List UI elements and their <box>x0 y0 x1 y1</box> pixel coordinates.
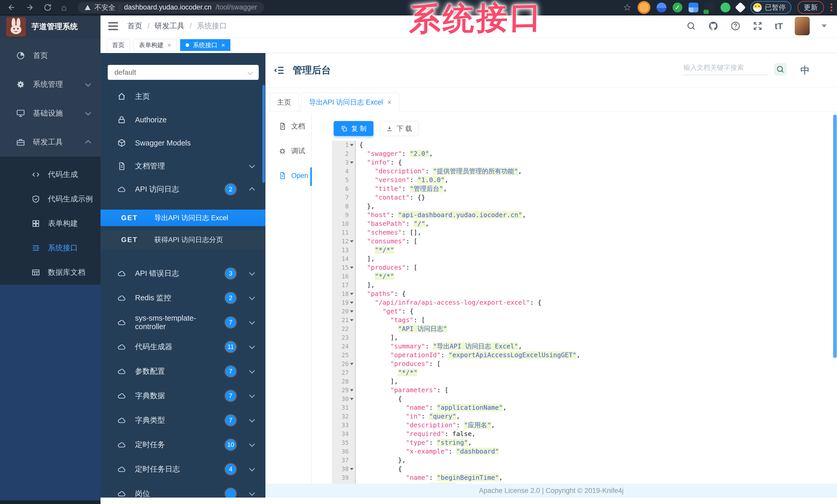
browser-home-icon[interactable]: ⌂ <box>61 3 67 12</box>
download-button[interactable]: 下 载 <box>379 121 419 136</box>
breadcrumb-item[interactable]: 研发工具 <box>155 21 184 31</box>
fold-caret-icon[interactable] <box>350 363 354 365</box>
close-icon[interactable]: × <box>388 98 391 106</box>
extension-icon[interactable] <box>720 3 730 12</box>
api-group[interactable]: 定时任务10 <box>101 432 265 457</box>
fold-caret-icon[interactable] <box>350 310 354 313</box>
code-editor[interactable]: 1{2 "swagger": "2.0",3 "info": {4 "descr… <box>332 141 833 498</box>
api-group[interactable]: Redis 监控2 <box>101 286 265 310</box>
sidebar-item[interactable]: 基础设施 <box>0 99 101 128</box>
paused-extension-pill[interactable]: 已暂停 <box>750 1 791 14</box>
code-line: 16 "*/*" <box>332 272 833 281</box>
swagger-nav-item[interactable]: Authorize <box>101 108 265 131</box>
code-line: 11 "schemes": [], <box>332 228 833 237</box>
browser-back-icon[interactable] <box>7 3 16 12</box>
bottom-strip <box>101 498 837 504</box>
search-icon[interactable] <box>686 21 696 31</box>
bookmark-star-icon[interactable]: ☆ <box>623 2 631 13</box>
api-group[interactable]: API 错误日志3 <box>101 261 265 286</box>
fold-caret-icon[interactable] <box>350 240 354 243</box>
doc-search-icon[interactable] <box>774 63 786 75</box>
doc-search-input[interactable] <box>683 63 768 75</box>
api-operation[interactable]: GET导出API 访问日志 Excel <box>101 210 265 226</box>
fold-caret-icon[interactable] <box>350 144 354 146</box>
url-path: /tool/swagger <box>216 3 257 11</box>
browser-menu-icon[interactable] <box>831 3 832 11</box>
sidebar-subitem[interactable]: 数据库文档 <box>0 260 101 284</box>
view-tag[interactable]: 系统接口× <box>180 39 230 51</box>
avatar[interactable] <box>795 17 810 35</box>
fullscreen-icon[interactable] <box>752 21 763 31</box>
breadcrumb-item[interactable]: 首页 <box>127 21 142 31</box>
cloud-icon <box>117 440 126 449</box>
chevron-up-icon <box>249 187 255 193</box>
api-group[interactable]: 参数配置7 <box>101 359 265 384</box>
hamburger-icon[interactable] <box>108 22 118 30</box>
api-group[interactable]: sys-sms-template-controller7 <box>101 310 265 335</box>
rail-item[interactable]: 文档 <box>265 114 311 138</box>
extension-icon[interactable] <box>657 3 666 12</box>
sidebar-item[interactable]: 系统管理 <box>0 70 101 99</box>
api-group[interactable]: 定时任务日志4 <box>101 457 265 481</box>
cloud-icon <box>117 342 126 352</box>
sidebar-subitem[interactable]: 代码生成示例 <box>0 187 101 211</box>
api-group[interactable]: 字典类型7 <box>101 408 265 432</box>
help-icon[interactable] <box>730 21 741 31</box>
app-logo[interactable]: 芋道管理系统 <box>0 15 101 39</box>
sidebar-scrollbar-thumb[interactable] <box>262 85 265 183</box>
rail-item[interactable]: 调试 <box>265 138 311 163</box>
close-icon[interactable]: × <box>167 42 171 49</box>
content-scrollbar-thumb[interactable] <box>833 115 837 358</box>
copy-button[interactable]: 复 制 <box>334 121 373 136</box>
address-bar[interactable]: 不安全 dashboard.yudao.iocoder.cn/tool/swag… <box>77 2 264 13</box>
chevron-down-icon[interactable] <box>821 24 827 27</box>
download-icon <box>386 125 393 132</box>
extension-icon[interactable]: ✓ <box>673 3 682 12</box>
group-select[interactable]: default <box>108 65 259 80</box>
fold-caret-icon[interactable] <box>350 468 354 470</box>
fold-caret-icon[interactable] <box>350 302 354 304</box>
extension-icon[interactable] <box>689 3 698 12</box>
sidebar-subitem[interactable]: 系统接口 <box>0 236 101 260</box>
extension-icon[interactable] <box>705 3 714 12</box>
fold-caret-icon[interactable] <box>350 319 354 321</box>
extension-icon[interactable] <box>638 1 651 14</box>
browser-reload-icon[interactable] <box>43 3 52 12</box>
fold-caret-icon[interactable] <box>350 293 354 295</box>
sidebar-item[interactable]: 研发工具 <box>0 128 101 156</box>
rail-item[interactable]: Open <box>265 163 311 188</box>
view-tag[interactable]: 表单构建× <box>133 39 177 51</box>
api-group[interactable]: 字典数据7 <box>101 384 265 408</box>
code-line: 5 "version": "1.0.0", <box>332 176 833 184</box>
api-group[interactable]: 岗位 <box>101 481 265 498</box>
code-line: 9 "host": "api-dashboard.yudao.iocoder.c… <box>332 211 833 220</box>
menu-fold-icon[interactable] <box>273 64 285 76</box>
fold-caret-icon[interactable] <box>350 398 354 400</box>
api-group[interactable]: 代码生成器11 <box>101 335 265 359</box>
line-number: 36 <box>332 447 356 456</box>
breadcrumb-item[interactable]: 系统接口 <box>197 21 227 31</box>
extension-icon[interactable] <box>735 2 746 13</box>
browser-forward-icon[interactable] <box>25 3 34 12</box>
fold-caret-icon[interactable] <box>350 266 354 269</box>
code-line: 7 "contact": {} <box>332 193 833 202</box>
fold-caret-icon[interactable] <box>350 389 354 391</box>
api-operation[interactable]: GET获得API 访问日志分页 <box>101 230 265 249</box>
doc-tab[interactable]: 主页 <box>269 93 299 112</box>
language-icon[interactable] <box>800 64 810 77</box>
browser-update-button[interactable]: 更新 <box>798 1 824 14</box>
font-size-icon[interactable]: tT <box>774 21 783 31</box>
chevron-down-icon <box>249 319 255 324</box>
github-icon[interactable] <box>708 21 718 31</box>
swagger-nav-item[interactable]: Swagger Models <box>101 131 265 154</box>
view-tag[interactable]: 首页 <box>107 39 130 51</box>
close-icon[interactable]: × <box>221 42 225 49</box>
swagger-nav-item[interactable]: 文档管理 <box>101 154 265 178</box>
doc-tab[interactable]: 导出API 访问日志 Excel× <box>301 93 399 112</box>
sidebar-subitem[interactable]: 代码生成 <box>0 162 101 187</box>
sidebar-subitem[interactable]: 表单构建 <box>0 211 101 236</box>
fold-caret-icon[interactable] <box>350 162 354 164</box>
swagger-nav-item[interactable]: API 访问日志2 <box>101 178 265 201</box>
sidebar-item[interactable]: 首页 <box>0 41 101 70</box>
swagger-nav-item[interactable]: 主页 <box>101 85 265 108</box>
